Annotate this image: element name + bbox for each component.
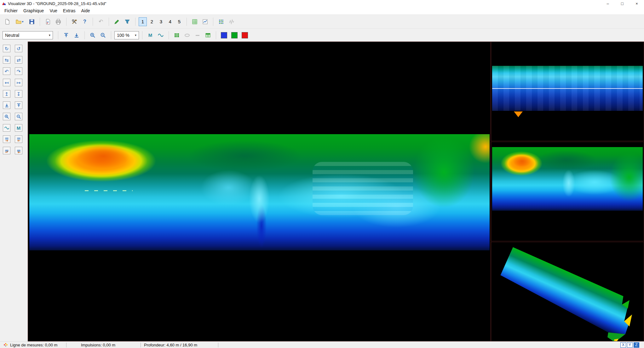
blue-color-button[interactable]: [221, 32, 227, 38]
move-down-icon: ↧: [17, 92, 21, 96]
red-color-button[interactable]: [242, 32, 248, 38]
save-button[interactable]: [27, 17, 37, 26]
depth-up-button[interactable]: [15, 101, 22, 109]
rotate-up-button[interactable]: ↻: [3, 45, 10, 52]
zoom-out-icon: [16, 114, 21, 119]
main-scan-view[interactable]: [28, 42, 491, 341]
signal-wave-view-button[interactable]: [3, 124, 10, 132]
combo-dropdown-arrow-icon: ▾: [132, 33, 136, 37]
limit-top-button[interactable]: [61, 31, 71, 40]
zoom-level-select[interactable]: 100 % ▾: [114, 31, 139, 39]
data-table-button[interactable]: [172, 31, 181, 40]
toolbar-separator: [216, 31, 216, 39]
dots-pattern-icon: [218, 19, 224, 25]
chart-view-button[interactable]: [200, 17, 210, 26]
maximize-button[interactable]: □: [615, 0, 630, 7]
settings-tools-button[interactable]: [70, 17, 79, 26]
menu-graphique[interactable]: Graphique: [20, 8, 47, 13]
page-5-button[interactable]: 5: [175, 17, 183, 26]
bars-arrow-right-icon: [4, 137, 9, 142]
toolbar-separator: [58, 31, 58, 39]
line-next-button[interactable]: [3, 135, 10, 143]
close-button[interactable]: ×: [630, 0, 644, 7]
layer-next-button[interactable]: [3, 147, 10, 154]
limit-bottom-button[interactable]: [72, 31, 81, 40]
filter-button[interactable]: [123, 17, 132, 26]
zoom-out-view-button[interactable]: [15, 113, 22, 120]
max-signal-button[interactable]: M: [146, 31, 155, 40]
color-scheme-select[interactable]: Neutral ▾: [3, 31, 53, 39]
toolbar-separator: [109, 18, 109, 26]
menu-vue[interactable]: Vue: [47, 8, 60, 13]
zoom-out-button[interactable]: [98, 31, 108, 40]
menu-extras[interactable]: Extras: [60, 8, 78, 13]
export-button[interactable]: [43, 17, 53, 26]
app-window: Visualizer 3D - "GROUND_2025-09-28_15-41…: [0, 0, 644, 348]
grid-view-button[interactable]: [190, 17, 199, 26]
edit-marks-button[interactable]: [112, 17, 122, 26]
move-left-button[interactable]: ↤: [3, 79, 10, 86]
axis-z-button[interactable]: Z: [634, 342, 639, 348]
status-divider: [218, 343, 218, 347]
axis-x-button[interactable]: X: [620, 342, 626, 348]
value-table-button[interactable]: [203, 31, 213, 40]
menu-aide[interactable]: Aide: [78, 8, 93, 13]
signal-wave-button[interactable]: [156, 31, 165, 40]
view-toolbox: ↻ ↺ ⇆ ⇄ ↶ ↷ ↤ ↦ ↥ ↧: [0, 42, 28, 341]
green-color-button[interactable]: [231, 32, 238, 38]
depth-text: Profondeur: 4,60 m / 16,90 m: [144, 343, 197, 347]
open-dropdown-arrow-icon: ▾: [22, 20, 23, 23]
rotate-left-button[interactable]: ⇆: [3, 56, 10, 64]
top-profile-heatmap: [492, 147, 643, 211]
page-3-button[interactable]: 3: [157, 17, 165, 26]
side-view-top[interactable]: [491, 142, 644, 241]
rotate-down-button[interactable]: ↺: [15, 45, 22, 52]
grid-icon: [192, 19, 198, 25]
tools-icon: [71, 19, 78, 25]
zoom-in-button[interactable]: [88, 31, 97, 40]
axis-y-button[interactable]: Y: [627, 342, 633, 348]
status-bar: Ligne de mesures: 0,00 m Impulsions: 0,0…: [0, 341, 644, 348]
print-button[interactable]: [54, 17, 63, 26]
zoom-out-icon: [100, 32, 106, 38]
open-file-button[interactable]: ▾: [13, 17, 26, 26]
new-file-icon: [4, 19, 10, 25]
green-table-icon: [174, 32, 180, 38]
toolbar-view: Neutral ▾ 100 % ▾: [0, 28, 644, 42]
zoom-in-view-button[interactable]: [3, 113, 10, 120]
line-button[interactable]: [193, 31, 202, 40]
page-1-button[interactable]: 1: [139, 17, 147, 26]
depth-down-button[interactable]: [3, 101, 10, 109]
plane-button[interactable]: [182, 31, 192, 40]
menu-fichier[interactable]: Fichier: [2, 8, 20, 13]
undo-button[interactable]: ↶: [96, 17, 106, 26]
tilt-right-button[interactable]: ↷: [15, 67, 22, 75]
layer-prev-button[interactable]: [15, 147, 22, 154]
move-down-button[interactable]: ↧: [15, 90, 22, 98]
page-4-button[interactable]: 4: [166, 17, 174, 26]
new-file-button[interactable]: [3, 17, 12, 26]
page-2-button[interactable]: 2: [148, 17, 156, 26]
signal-plot-button[interactable]: [227, 17, 236, 26]
side-view-3d[interactable]: [491, 242, 644, 341]
interpolation-button[interactable]: [216, 17, 226, 26]
rotate-right-button[interactable]: ⇄: [15, 56, 22, 64]
max-marker-icon: M: [17, 126, 21, 130]
move-right-icon: ↦: [17, 80, 21, 85]
max-signal-view-button[interactable]: M: [15, 124, 22, 132]
move-up-button[interactable]: ↥: [3, 90, 10, 98]
pencil-icon: [114, 19, 120, 25]
ellipse-plane-icon: [184, 32, 190, 38]
help-button[interactable]: ?: [80, 17, 89, 26]
tilt-left-button[interactable]: ↶: [3, 67, 10, 75]
signal-plot-icon: [228, 19, 235, 25]
move-right-button[interactable]: ↦: [15, 79, 22, 86]
app-logo-icon: [2, 1, 6, 6]
line-prev-button[interactable]: [15, 135, 22, 143]
side-view-front[interactable]: [491, 42, 644, 141]
impulses-text: Impulsions: 0,00 m: [81, 343, 115, 347]
arrow-to-top-bar-icon: [63, 32, 69, 38]
minimize-button[interactable]: –: [601, 0, 615, 7]
toolbar-separator: [135, 18, 135, 26]
toolbar-separator: [169, 31, 169, 39]
